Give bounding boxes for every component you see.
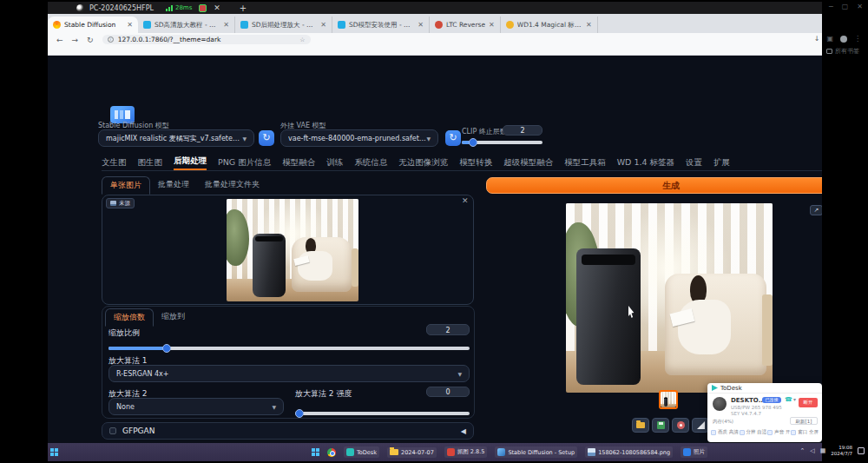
upscaler2-strength-slider[interactable] [295,412,470,415]
subtab-batch-process[interactable]: 批量处理 [150,176,197,195]
session-new-tab-button[interactable]: + [240,3,247,13]
tab-png-info[interactable]: PNG 图片信息 [218,157,271,169]
todesk-tool-resolution[interactable]: 分辨 自适 [740,429,767,435]
forward-icon[interactable]: → [72,36,79,44]
tab-close-icon[interactable]: ✕ [489,21,495,29]
back-icon[interactable]: ← [56,36,63,44]
fullscreen-icon[interactable]: ↗ [810,205,822,215]
subtab-single-image[interactable]: 单张图片 [102,176,150,195]
site-info-icon[interactable]: i [108,36,114,43]
taskbar-photos[interactable]: 照片 [681,446,707,458]
tab-scale-by[interactable]: 缩放倍数 [105,308,154,327]
start-button[interactable] [312,448,319,456]
tab-close-icon[interactable]: ✕ [127,21,133,29]
scale-value[interactable]: 2 [426,324,470,335]
collapse-arrow-icon[interactable]: ◀ [461,427,466,435]
folder-icon [636,422,645,428]
gallery-thumbnail[interactable] [659,390,678,409]
clear-source-image-icon[interactable]: ✕ [462,196,469,205]
session-close-icon[interactable]: ✕ [214,3,220,12]
browser-tab-ltc[interactable]: LTC Reverse ✕ [430,17,501,33]
tray-chevron-icon[interactable]: ⌃ [799,447,805,454]
accordion-gfpgan[interactable]: GFPGAN ◀ [102,422,474,440]
tab-checkpoint-merger[interactable]: 模型融合 [282,157,315,169]
chevron-down-icon: ▼ [457,371,462,377]
tab-img2img[interactable]: 图生图 [138,157,163,169]
clock[interactable]: 19:08 2024/7/7 [831,445,852,457]
tab-extras[interactable]: 后期处理 [174,155,207,170]
browser-tab-wd14[interactable]: WD1.4 Magical 标签器 ✕ [501,17,598,33]
upscaler2-strength-value[interactable]: 0 [426,387,470,397]
browser-tab-bilibili-1[interactable]: SD高清放大教程 - 哔哩哔哩 ✕ [138,17,235,33]
extensions-icon[interactable]: ▣ [826,35,833,43]
model-refresh-button[interactable]: ↻ [259,130,274,146]
upscaler2-dropdown[interactable]: None ▼ [108,398,284,415]
todesk-tool-sound[interactable]: 声音 开 [767,429,790,435]
tab-settings[interactable]: 设置 [686,157,702,169]
tab-model-toolkit[interactable]: 模型工具箱 [564,157,606,169]
profile-avatar[interactable] [840,36,847,43]
todesk-tool-window[interactable]: 窗口 全屏 [791,429,819,435]
model-dropdown[interactable]: majicMIX realistic 麦橘写实_v7.safetensors [… [98,129,254,147]
taskbar-folder[interactable]: 2024-07-07 [387,447,437,458]
taskbar-screenshot-app[interactable]: 抓图 2.8.5 [444,446,488,458]
start-button-left[interactable] [50,448,58,456]
chrome-taskbar-icon[interactable] [327,448,336,457]
tab-txt2img[interactable]: 文生图 [102,157,127,169]
output-image[interactable] [566,203,773,393]
scale-slider[interactable] [108,347,470,350]
all-bookmarks-button[interactable]: 所有书签 [826,47,859,56]
tab-model-converter[interactable]: 模型转换 [459,157,492,169]
save-zip-button[interactable] [672,418,689,433]
phone-icon[interactable]: ☎ [785,396,792,403]
bilibili-favicon [143,21,151,29]
slider-handle[interactable] [295,409,304,418]
speaker-icon[interactable]: ◁ [810,447,814,454]
todesk-titlebar[interactable]: ToDesk [707,383,822,394]
url-omnibox[interactable]: i 127.0.0.1:7860/?__theme=dark ☆ [102,35,311,44]
session-latency: 28ms [175,4,192,11]
taskbar-sd-setup[interactable]: Stable Diffusion - Setup [495,446,577,458]
reload-icon[interactable]: ↻ [87,36,94,44]
open-folder-button[interactable] [632,418,649,433]
upscaler1-dropdown[interactable]: R-ESRGAN 4x+ ▼ [108,365,470,382]
session-screenshot-icon[interactable] [199,4,207,12]
bookmark-star-icon[interactable]: ☆ [299,36,305,43]
slider-handle[interactable] [469,138,477,147]
clip-skip-value[interactable]: 2 [503,125,542,136]
taskbar-todesk[interactable]: ToDesk [344,446,379,458]
clip-skip-label: CLIP 终止层数 [462,127,507,136]
tab-wd14-tagger[interactable]: WD 1.4 标签器 [617,157,674,169]
gfpgan-checkbox[interactable] [109,427,116,434]
tab-close-icon[interactable]: ✕ [223,21,229,29]
tab-system-info[interactable]: 系统信息 [354,157,387,169]
tab-close-icon[interactable]: ✕ [320,21,326,29]
menu-kebab-icon[interactable]: ⋮ [854,35,861,43]
todesk-tool-quality[interactable]: 画质 高清 [711,429,739,435]
subtab-batch-from-dir[interactable]: 批量处理文件夹 [197,176,267,195]
tab-close-icon[interactable]: ✕ [586,21,592,29]
browser-window-controls[interactable]: ─▢✕ [829,3,863,10]
todesk-title: ToDesk [720,385,742,392]
send-to-extras-button[interactable] [692,418,709,433]
browser-tab-bilibili-3[interactable]: SD模型安装使用 - 哔哩哔哩 ✕ [332,17,430,33]
todesk-disconnect-button[interactable]: 断开 [799,398,818,407]
browser-tab-stable-diffusion[interactable]: Stable Diffusion ✕ [48,17,138,33]
tab-train[interactable]: 训练 [326,157,343,169]
tab-infinite-image-browser[interactable]: 无边图像浏览 [398,157,448,169]
download-icon[interactable]: ↓ [814,35,820,43]
tab-scale-to[interactable]: 缩放到 [154,308,193,327]
tab-extensions[interactable]: 扩展 [713,157,730,169]
tab-super-merger[interactable]: 超级模型融合 [503,157,553,169]
browser-tab-bilibili-2[interactable]: SD后期处理放大 - 哔哩哔哩 ✕ [235,17,332,33]
vae-refresh-button[interactable]: ↻ [445,130,461,146]
generate-button[interactable]: 生成 [486,177,822,194]
todesk-refresh-button[interactable]: 刷新[1] [790,417,818,425]
save-button[interactable] [652,418,669,433]
clip-skip-slider[interactable] [462,141,542,144]
tab-close-icon[interactable]: ✕ [418,21,424,29]
taskbar-png-file[interactable]: 158062-1080586584.png [585,446,673,458]
notification-icon[interactable] [858,447,865,454]
network-icon[interactable]: ▦ [820,447,826,454]
vae-dropdown[interactable]: vae-ft-mse-840000-ema-pruned.safetensors… [280,129,438,147]
